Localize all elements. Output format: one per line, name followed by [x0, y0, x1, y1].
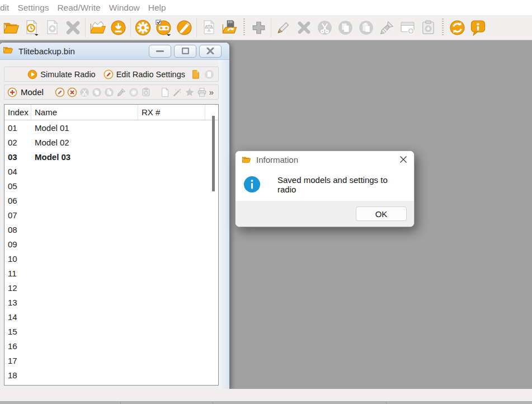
- app-settings-button[interactable]: [133, 16, 153, 39]
- child-window-title: Tlitebackup.bin: [18, 46, 149, 56]
- about-info-button[interactable]: [468, 16, 488, 39]
- simulate-model-icon: [129, 87, 139, 97]
- model-row-05[interactable]: 05: [4, 178, 218, 193]
- cut-model-icon: [317, 20, 333, 36]
- wizard-model-button[interactable]: [376, 16, 397, 39]
- open-file-icon: [3, 20, 19, 36]
- print-model-button[interactable]: [197, 87, 207, 98]
- row-index: 09: [4, 239, 31, 249]
- close-file-button[interactable]: [63, 16, 83, 39]
- model-row-04[interactable]: 04: [4, 164, 218, 178]
- toolbar-group: [1, 16, 83, 39]
- write-to-radio-button[interactable]: [108, 16, 129, 39]
- model-row-12[interactable]: 12: [4, 280, 218, 295]
- child-window-titlebar[interactable]: Tlitebackup.bin: [0, 43, 229, 60]
- clean-model-button[interactable]: [116, 87, 126, 98]
- menu-item-settings[interactable]: Settings: [17, 3, 49, 13]
- copy-model-icon: [92, 87, 102, 97]
- toolbar-overflow-button[interactable]: »: [209, 87, 216, 97]
- sdcard-sync-button[interactable]: [219, 16, 240, 39]
- toolbar-handle[interactable]: [442, 18, 444, 36]
- table-scrollbar-thumb[interactable]: [212, 116, 215, 191]
- close-file-icon: [65, 20, 81, 36]
- backup-model-icon: [141, 87, 151, 97]
- model-row-06[interactable]: 06: [4, 193, 218, 208]
- statusbar-section-separator: [213, 402, 213, 404]
- cut-model-icon: [79, 87, 90, 97]
- edit-radio-settings-button[interactable]: Edit Radio Settings: [103, 69, 185, 79]
- model-row-15[interactable]: 15: [4, 324, 218, 339]
- paste-radio-button[interactable]: [204, 69, 214, 79]
- default-model-button[interactable]: [185, 87, 195, 98]
- model-row-08[interactable]: 08: [4, 222, 218, 237]
- backup-model-button[interactable]: [418, 16, 439, 39]
- edit-model-button[interactable]: [273, 16, 294, 39]
- model-row-01[interactable]: 01Model 01: [4, 120, 218, 135]
- compare-files-button[interactable]: [199, 16, 219, 39]
- delete-model-button[interactable]: [67, 87, 77, 98]
- ok-button[interactable]: OK: [356, 206, 407, 221]
- model-row-14[interactable]: 14: [4, 309, 218, 324]
- radio-profile-button[interactable]: [153, 16, 174, 39]
- edit-model-button[interactable]: [55, 87, 65, 98]
- paste-model-button[interactable]: [104, 87, 114, 98]
- model-row-11[interactable]: 11: [4, 266, 218, 280]
- close-button[interactable]: [199, 45, 222, 58]
- cut-model-button[interactable]: [79, 87, 90, 98]
- backup-model-button[interactable]: [141, 87, 151, 98]
- toolbar-handle[interactable]: [243, 18, 245, 36]
- model-row-18[interactable]: 18: [4, 368, 218, 382]
- paste-model-button[interactable]: [356, 16, 376, 39]
- model-row-16[interactable]: 16: [4, 339, 218, 353]
- model-row-10[interactable]: 10: [4, 251, 218, 266]
- dialog-message: Saved models and settings to radio: [277, 175, 406, 194]
- copy-radio-button[interactable]: [191, 69, 201, 79]
- add-model-button[interactable]: Model: [7, 87, 46, 97]
- column-header-index[interactable]: Index: [4, 105, 31, 120]
- new-window-button[interactable]: [397, 16, 418, 39]
- open-file-button[interactable]: [1, 16, 21, 39]
- model-table: Index Name RX # 01Model 0102Model 0203Mo…: [4, 104, 219, 386]
- model-row-07[interactable]: 07: [4, 208, 218, 222]
- simulate-radio-button[interactable]: Simulate Radio: [27, 69, 95, 79]
- model-toolbar: Model»: [4, 84, 219, 100]
- maximize-button[interactable]: [174, 45, 196, 58]
- default-model-icon: [185, 87, 195, 97]
- dialog-titlebar[interactable]: Information: [236, 151, 414, 168]
- app-settings-icon: [135, 20, 151, 36]
- minimize-button[interactable]: [149, 45, 171, 58]
- table-scrollbar-track[interactable]: [211, 106, 216, 384]
- info-icon: [243, 176, 261, 193]
- row-index: 05: [4, 181, 31, 191]
- model-row-17[interactable]: 17: [4, 353, 218, 368]
- delete-model-button[interactable]: [294, 16, 314, 39]
- menu-item-dit[interactable]: dit: [0, 3, 9, 13]
- model-row-02[interactable]: 02Model 02: [4, 135, 218, 149]
- recent-files-button[interactable]: [21, 16, 42, 39]
- column-header-rx[interactable]: RX #: [138, 105, 205, 120]
- menu-bar: ditSettingsRead/WriteWindowHelp: [0, 0, 532, 15]
- copy-model-button[interactable]: [335, 16, 356, 39]
- menu-item-help[interactable]: Help: [148, 3, 166, 13]
- dialog-close-button[interactable]: [399, 155, 408, 164]
- model-row-03[interactable]: 03Model 03: [4, 149, 218, 164]
- model-row-09[interactable]: 09: [4, 237, 218, 251]
- add-model-button[interactable]: [248, 16, 269, 39]
- dialog-footer: OK: [236, 201, 414, 227]
- save-file-button[interactable]: [42, 16, 63, 39]
- column-header-name[interactable]: Name: [31, 105, 138, 120]
- edit-theme-button[interactable]: [174, 16, 195, 39]
- delete-model-icon: [67, 87, 77, 97]
- notes-model-button[interactable]: [160, 87, 170, 98]
- toolbar-separator: [85, 18, 86, 37]
- copy-model-button[interactable]: [92, 87, 102, 98]
- view-logs-button[interactable]: [87, 16, 108, 39]
- menu-item-read-write[interactable]: Read/Write: [57, 3, 100, 13]
- cut-model-button[interactable]: [314, 16, 335, 39]
- menu-item-window[interactable]: Window: [109, 3, 140, 13]
- sync-button[interactable]: [447, 16, 468, 39]
- edit-model-icon: [275, 20, 291, 36]
- model-row-13[interactable]: 13: [4, 295, 218, 309]
- wizard-model-button[interactable]: [172, 87, 182, 98]
- simulate-model-button[interactable]: [129, 87, 139, 98]
